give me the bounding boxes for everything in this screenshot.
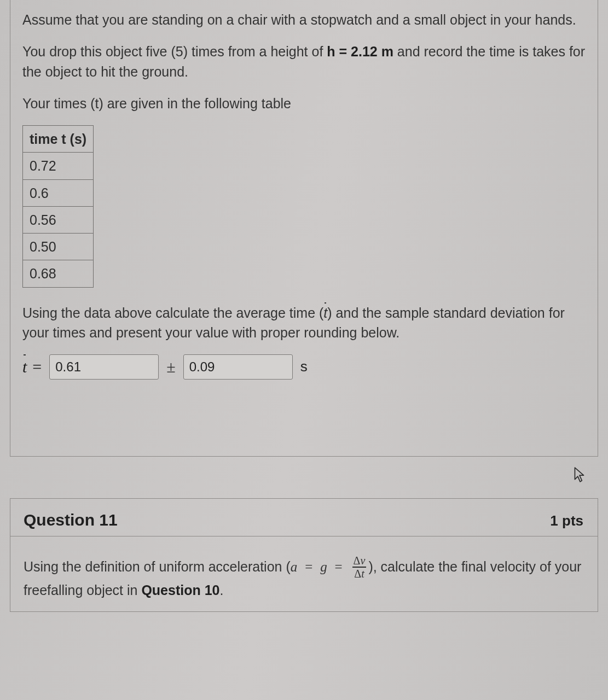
q11-period: . <box>220 582 224 598</box>
time-row-2: 0.56 <box>23 206 94 233</box>
q11-q10-ref: Question 10 <box>141 582 219 598</box>
unit-seconds: s <box>300 357 308 377</box>
q10-intro-1: Assume that you are standing on a chair … <box>22 10 586 30</box>
q10-instruction-a: Using the data above calculate the avera… <box>22 305 323 320</box>
q11-header: Question 11 1 pts <box>10 499 598 536</box>
time-table-header: time t (s) <box>23 126 94 153</box>
card-gap <box>0 457 608 498</box>
q11-body: Using the definition of uniform accelera… <box>10 536 598 611</box>
t-bar-symbol: t <box>323 303 327 323</box>
q10-intro-2a: You drop this object five (5) times from… <box>22 44 327 59</box>
answer-row: t = ± s <box>22 354 586 380</box>
q11-text-a: Using the definition of uniform accelera… <box>24 559 291 574</box>
time-row-3: 0.50 <box>23 234 94 260</box>
equals-sign: = <box>32 355 42 379</box>
q11-frac-num: Δv <box>352 555 367 566</box>
plus-minus-symbol: ± <box>166 355 175 379</box>
q11-g-sym: g <box>320 559 327 574</box>
q11-points: 1 pts <box>550 512 583 529</box>
q11-eq2: = <box>335 559 343 574</box>
t-bar-equals: t = <box>22 355 42 379</box>
time-row-4: 0.68 <box>23 260 94 287</box>
q10-intro-3: Your times (t) are given in the followin… <box>22 94 586 113</box>
t-bar-answer-symbol: t <box>22 355 27 379</box>
q10-instruction: Using the data above calculate the avera… <box>22 303 586 343</box>
question-card-10: Assume that you are standing on a chair … <box>10 0 598 457</box>
time-row-0: 0.72 <box>23 153 94 179</box>
time-table: time t (s) 0.72 0.6 0.56 0.50 0.68 <box>22 125 94 288</box>
q10-intro-2: You drop this object five (5) times from… <box>22 42 586 81</box>
stddev-input[interactable] <box>183 354 293 380</box>
q11-fraction: Δv Δt <box>352 555 367 579</box>
q11-title: Question 11 <box>24 511 118 529</box>
q11-eq1: = <box>305 559 312 574</box>
q11-frac-den: Δt <box>353 568 365 579</box>
time-row-1: 0.6 <box>23 179 94 206</box>
question-card-11: Question 11 1 pts Using the definition o… <box>10 498 598 612</box>
q10-height-value: h = 2.12 m <box>327 44 393 59</box>
mean-time-input[interactable] <box>49 354 159 380</box>
cursor-icon <box>573 466 586 483</box>
q11-a-sym: a <box>291 559 298 574</box>
